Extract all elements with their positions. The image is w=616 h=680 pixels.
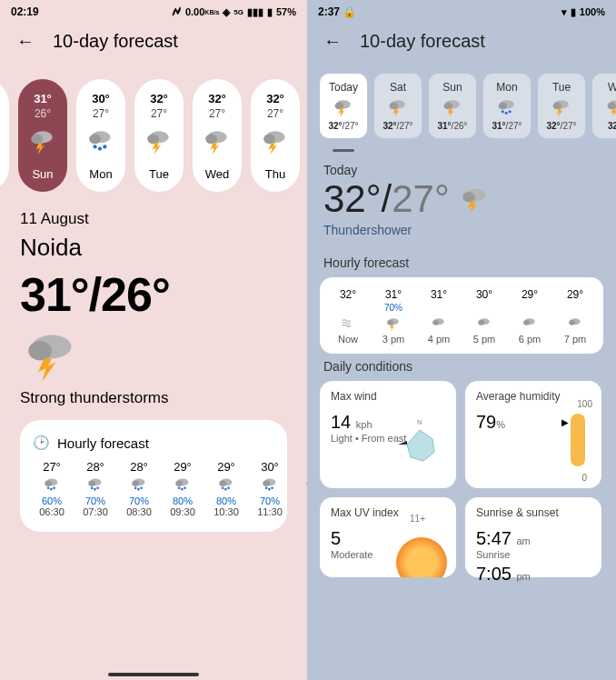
day-pill[interactable]: 32° 27° Wed [193,79,242,192]
day-name: Tue [552,81,571,94]
wifi-icon: ◈ [223,6,230,18]
daily-conditions-label: Daily conditions [307,354,616,381]
day-card[interactable]: Sat 32°/27° [374,74,422,138]
hour-column: 32° Now [325,288,371,345]
day-pill[interactable]: 32° 27° Tue [134,79,184,192]
back-button[interactable]: ← [323,31,342,52]
hour-column: 29° 6 pm [507,288,552,345]
daily-conditions-grid: Max wind 14 kph Light • From east N Aver… [307,381,616,586]
day-forecast-strip[interactable]: 31° 26° Sun 30° 27° Mon 32° 27° Tue 32° … [0,65,307,208]
temp-lo: 27° [93,107,109,120]
bluetooth-icon: 🗲 [172,6,182,17]
big-condition-icon [459,185,492,214]
day-name: Today [329,81,358,94]
temp-hi: 32° [150,92,168,105]
hour-column: 29° 80% 10:30 [207,460,245,517]
right-screenshot: 2:37 🔒 ▾ ▮ 100% ← 10-day forecast Today … [307,0,616,680]
page-title: 10-day forecast [360,31,485,52]
day-name: Sun [32,167,53,181]
hour-column: 29° 80% 09:30 [164,460,202,517]
battery-icon: ▮ [571,6,576,18]
svg-text:N: N [417,418,422,426]
signal-icon: ▮▮▮ [247,6,263,18]
hour-column: 30° 5 pm [462,288,507,345]
hour-column: 27° 60% 06:30 [33,460,71,517]
hour-column: 31° 70% 3 pm [371,288,416,345]
left-screenshot: 02:19 🗲 0.00KB/s ◈ 5G ▮▮▮ ▮ 57% ← 10-day… [0,0,307,680]
nav-handle[interactable] [108,673,199,676]
page-title: 10-day forecast [53,31,178,52]
hour-column: 3 7 1 [294,460,307,517]
status-icons: 🗲 0.00KB/s ◈ 5G ▮▮▮ ▮ 57% [172,6,296,18]
day-pill[interactable] [0,79,9,192]
hour-column: 31° 4 pm [416,288,462,345]
city-label: Noida [0,232,307,267]
humidity-bar-icon [571,414,585,466]
date-label: 11 August [0,208,307,232]
day-name: Tue [149,167,169,181]
today-label: Today [307,152,616,177]
day-name: Mon [89,167,112,181]
battery-icon: ▮ [267,6,273,18]
hourly-forecast-card[interactable]: 🕑 Hourly forecast 27° 60% 06:30 28° 70% … [20,420,287,532]
condition-label: Strong thunderstorms [0,389,307,420]
condition-label: Thundershower [307,221,616,250]
status-time: 2:37 [318,5,340,18]
day-card[interactable]: Mon 31°/27° [483,74,531,138]
hourly-label: Hourly forecast [307,250,616,277]
temp-lo: 27° [209,107,225,120]
wifi-icon: ▾ [561,6,567,18]
hourly-label: Hourly forecast [57,435,149,451]
max-wind-card[interactable]: Max wind 14 kph Light • From east N [320,381,456,488]
max-uv-card[interactable]: Max UV index 11+ 5 Moderate [320,497,456,577]
day-card[interactable]: We 32°/ [592,74,616,138]
avg-humidity-card[interactable]: Average humidity 79% 100 ▶ 0 [465,381,601,488]
hour-column: 28° 70% 08:30 [120,460,158,517]
day-name: Wed [205,167,230,181]
header: ← 10-day forecast [307,20,616,65]
hour-column: 28° 70% 07:30 [76,460,114,517]
temp-lo: 26° [35,107,51,120]
big-temperature: 32°/27° [323,177,450,221]
temp-lo: 27° [267,107,283,120]
temp-hi: 32° [266,92,284,105]
big-condition-icon [0,327,307,389]
big-temperature: 31°/26° [0,267,307,327]
sunrise-sunset-card[interactable]: Sunrise & sunset 5:47 am Sunrise 7:05 pm [465,497,601,577]
day-name: Thu [265,167,285,181]
day-pill[interactable]: 30° 27° Mon [76,79,125,192]
temp-hi: 31° [34,92,52,105]
day-pill[interactable]: 32° 27° Thu [251,79,300,192]
day-name: Sat [390,81,406,94]
header: ← 10-day forecast [0,20,307,65]
status-bar: 02:19 🗲 0.00KB/s ◈ 5G ▮▮▮ ▮ 57% [0,0,307,20]
clock-icon: 🕑 [33,435,50,451]
hour-column: 29° 7 pm [552,288,598,345]
hour-column: 30° 70% 11:30 [251,460,289,517]
day-card[interactable]: Today 32°/27° [320,74,367,138]
temp-hi: 32° [208,92,226,105]
volte-icon: 5G [233,8,243,16]
dnd-icon: 🔒 [343,5,356,18]
day-name: Sun [442,81,462,94]
temp-hi: 30° [92,92,110,105]
day-pill[interactable]: 31° 26° Sun [18,79,67,192]
back-button[interactable]: ← [16,31,35,52]
day-card[interactable]: Sun 31°/26° [429,74,476,138]
hourly-forecast-card[interactable]: 32° Now 31° 70% 3 pm 31° 4 pm 30° 5 pm 2… [320,277,603,354]
day-forecast-strip[interactable]: Today 32°/27° Sat 32°/27° Sun 31°/26° Mo… [307,65,616,145]
compass-icon: N [394,417,445,468]
status-time: 02:19 [11,5,39,18]
status-bar: 2:37 🔒 ▾ ▮ 100% [307,0,616,20]
pointer-icon: ▶ [561,417,569,427]
temp-lo: 27° [151,107,167,120]
day-name: We [608,81,616,94]
day-name: Mon [496,81,517,94]
day-card[interactable]: Tue 32°/27° [538,74,585,138]
